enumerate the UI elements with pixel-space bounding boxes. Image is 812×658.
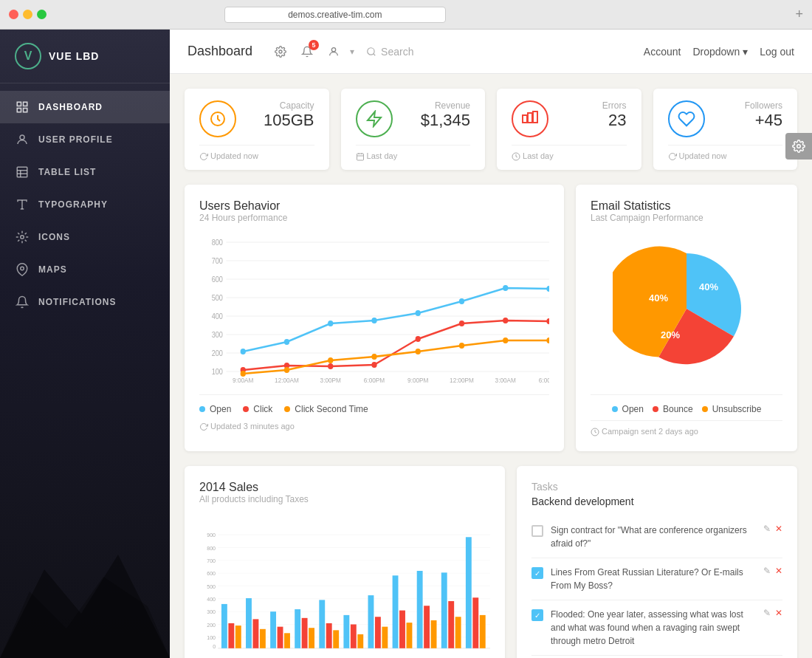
svg-text:900: 900	[207, 532, 216, 538]
svg-rect-103	[221, 604, 227, 648]
sidebar-item-typography[interactable]: TYPOGRAPHY	[0, 188, 170, 221]
avatar-button[interactable]	[323, 41, 344, 62]
header-right: Account Dropdown▾ Log out	[644, 46, 794, 58]
stat-card-errors: Errors 23 Last day	[497, 89, 641, 170]
search-box[interactable]: Search	[366, 46, 413, 58]
svg-text:9:00AM: 9:00AM	[233, 377, 253, 383]
svg-point-47	[241, 349, 246, 354]
sales-subtitle: All products including Taxes	[199, 494, 490, 504]
sidebar-item-notifications[interactable]: NOTIFICATIONS	[0, 286, 170, 318]
svg-text:500: 500	[207, 584, 216, 590]
followers-icon	[668, 100, 705, 137]
errors-icon	[512, 100, 548, 137]
legend-click: Click	[243, 404, 272, 414]
tasks-header: Tasks	[531, 481, 782, 493]
svg-rect-122	[375, 617, 381, 648]
logo-icon: V	[15, 43, 41, 69]
settings-icon-button[interactable]	[270, 41, 291, 62]
sales-card: 2014 Sales All products including Taxes …	[185, 466, 505, 658]
search-label: Search	[381, 46, 413, 58]
table-icon	[15, 165, 30, 179]
svg-rect-117	[333, 631, 339, 648]
sidebar-item-table-list[interactable]: TABLE LIST	[0, 156, 170, 188]
pie-open-dot	[612, 406, 618, 412]
task-item-0: Sign contract for "What are conference o…	[531, 516, 782, 558]
click2-dot	[284, 406, 290, 412]
svg-rect-127	[417, 571, 423, 648]
task-checkbox-2[interactable]: ✓	[531, 609, 543, 621]
svg-rect-125	[399, 611, 405, 648]
svg-point-64	[284, 367, 289, 373]
svg-rect-114	[309, 628, 314, 648]
task-edit-2[interactable]: ✎	[763, 608, 771, 618]
logout-link[interactable]: Log out	[760, 46, 794, 58]
notification-bell-button[interactable]: 5	[297, 41, 317, 62]
task-item-1: ✓ Lines From Great Russian Literature? O…	[531, 558, 782, 600]
dashboard-icon	[15, 100, 30, 114]
svg-text:100: 100	[212, 368, 223, 376]
user-icon	[15, 132, 30, 147]
minimize-button[interactable]	[23, 10, 32, 19]
errors-label: Errors	[602, 100, 627, 111]
sidebar-label-user-profile: USER PROFILE	[38, 134, 113, 145]
maximize-button[interactable]	[37, 10, 47, 19]
svg-rect-133	[466, 537, 472, 648]
app-container: V VUE LBD DASHBOARD	[0, 30, 812, 658]
task-checkbox-1[interactable]: ✓	[531, 567, 543, 579]
svg-text:400: 400	[207, 597, 216, 603]
svg-rect-120	[357, 634, 363, 648]
task-actions-1: ✎ ✕	[763, 566, 782, 576]
sales-title: 2014 Sales	[199, 481, 490, 494]
capacity-footer: Updated now	[199, 145, 314, 161]
task-delete-0[interactable]: ✕	[775, 524, 782, 534]
dropdown-link[interactable]: Dropdown▾	[692, 46, 748, 58]
svg-point-52	[459, 298, 464, 304]
bottom-row: 2014 Sales All products including Taxes …	[185, 466, 797, 658]
svg-rect-3	[24, 102, 27, 106]
svg-rect-29	[533, 112, 537, 123]
sidebar-item-maps[interactable]: MAPS	[0, 253, 170, 286]
floating-settings-button[interactable]	[785, 133, 812, 160]
content-area: Capacity 105GB Updated now	[170, 74, 812, 658]
svg-point-49	[328, 321, 333, 326]
svg-point-15	[279, 50, 282, 53]
svg-point-54	[546, 286, 549, 292]
pie-unsub-dot	[702, 406, 708, 412]
svg-text:0: 0	[213, 644, 216, 650]
svg-text:12:00AM: 12:00AM	[275, 377, 299, 383]
followers-label: Followers	[745, 100, 782, 111]
task-checkbox-0[interactable]	[531, 525, 543, 537]
svg-text:300: 300	[207, 609, 216, 615]
followers-footer: Updated now	[668, 145, 783, 161]
svg-rect-108	[260, 629, 266, 648]
capacity-value: 105GB	[264, 111, 314, 130]
traffic-lights	[9, 10, 47, 19]
tasks-section-title: Backend development	[531, 496, 782, 507]
sidebar-item-dashboard[interactable]: DASHBOARD	[0, 91, 170, 123]
svg-rect-7	[17, 167, 27, 177]
task-edit-0[interactable]: ✎	[763, 524, 771, 534]
svg-rect-28	[528, 113, 532, 123]
svg-rect-112	[295, 609, 300, 648]
sidebar-item-icons[interactable]: ICONS	[0, 221, 170, 253]
url-bar[interactable]: demos.creative-tim.com	[224, 7, 446, 23]
sidebar-label-notifications: NOTIFICATIONS	[38, 297, 116, 307]
svg-point-67	[416, 349, 421, 354]
users-behavior-subtitle: 24 Hours performance	[199, 213, 549, 223]
svg-text:40%: 40%	[699, 281, 718, 292]
task-edit-1[interactable]: ✎	[763, 566, 771, 576]
close-button[interactable]	[9, 10, 18, 19]
task-delete-1[interactable]: ✕	[775, 566, 782, 576]
svg-rect-118	[343, 615, 349, 648]
svg-text:100: 100	[207, 635, 216, 641]
task-delete-2[interactable]: ✕	[775, 608, 782, 618]
sidebar-label-table-list: TABLE LIST	[38, 167, 96, 177]
legend-open: Open	[199, 404, 231, 414]
sidebar-item-user-profile[interactable]: USER PROFILE	[0, 123, 170, 156]
svg-text:700: 700	[212, 257, 223, 265]
account-link[interactable]: Account	[644, 46, 681, 58]
new-tab-button[interactable]: +	[795, 7, 803, 22]
stat-card-revenue: Revenue $1,345 Last day	[341, 89, 486, 170]
svg-rect-119	[351, 625, 357, 648]
task-actions-2: ✎ ✕	[763, 608, 782, 618]
